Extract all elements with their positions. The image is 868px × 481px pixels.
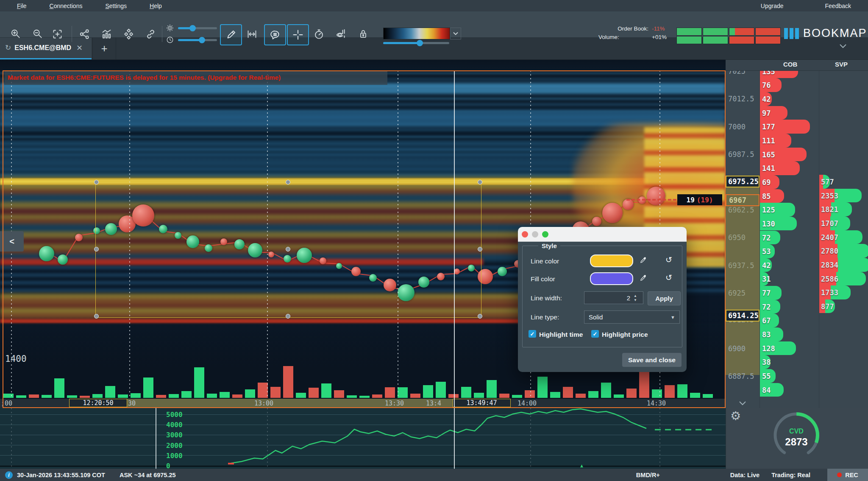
drawing-selection-rect[interactable] [95,181,481,318]
cob-column[interactable]: 1357642971771111651416985125130725342317… [760,59,819,408]
dialog-close-button[interactable] [522,231,528,238]
cob-header[interactable]: COB [783,61,797,68]
cvd-subchart[interactable]: 500040003000200010000 [0,408,726,469]
dialog-titlebar[interactable] [518,227,687,242]
price-axis-chevron-icon[interactable] [726,399,760,408]
svp-bar-buy [838,258,868,272]
brightness-slider-thumb[interactable] [189,25,196,31]
volume-bar [283,366,293,398]
volume-bar [703,394,713,398]
selection-handle[interactable] [286,180,290,185]
time-gridline [129,70,130,398]
line-type-select[interactable]: Solid ▼ [584,310,680,324]
collapse-panel-button[interactable]: < [0,231,24,252]
crosshair-button[interactable] [287,24,309,45]
rec-indicator[interactable]: REC [827,469,868,481]
time-slider-thumb[interactable] [199,37,205,43]
fill-color-reset-icon[interactable]: ↺ [664,272,674,282]
volume-bar [525,390,535,398]
zoom-region-icon[interactable] [50,27,64,41]
fill-color-eyedropper-icon[interactable] [638,273,648,283]
line-color-swatch[interactable] [590,254,633,267]
zoom-in-icon[interactable] [8,27,23,41]
svp-header[interactable]: SVP [835,61,848,68]
line-color-eyedropper-icon[interactable] [638,255,648,265]
trade-size: 19 [687,196,695,204]
zoom-out-icon[interactable] [31,27,45,41]
cob-value: 53 [762,247,771,256]
trade-delta: (19) [697,196,713,204]
selection-handle[interactable] [94,314,99,319]
cob-value: 97 [762,109,771,117]
selection-handle[interactable] [94,180,99,185]
menu-item-file[interactable]: File [11,3,33,9]
time-label: 13:4 [426,400,441,407]
palette-slider-thumb[interactable] [417,40,423,46]
link-icon[interactable] [143,27,158,41]
apply-button[interactable]: Apply [648,291,681,305]
trade-bubble [205,244,212,252]
selection-handle[interactable] [94,247,99,252]
highlight-price-checkbox[interactable]: ✓ [591,330,599,338]
volume-bar [3,394,14,398]
price-label: 6925 [728,289,759,297]
selection-handle[interactable] [286,247,290,252]
time-axis[interactable]: ;0012:3013:0013:3013:414:0014:30 12:20:5… [0,399,726,408]
brightness-slider[interactable] [178,27,217,29]
lock-icon[interactable] [356,27,370,41]
status-timestamp: 30-Jan-2026 13:43:55.109 COT [17,472,105,478]
depth-share-icon[interactable] [77,27,92,41]
line-color-label: Line color [531,257,559,265]
dialog-zoom-button[interactable] [542,231,548,238]
visibility-eye-icon[interactable] [334,27,348,41]
menu-item-upgrade[interactable]: Upgrade [755,3,790,9]
palette-intensity-slider[interactable] [383,42,449,44]
tab-sync-icon[interactable]: ↻ [5,43,11,52]
menu-item-feedback[interactable]: Feedback [819,3,857,9]
time-slider[interactable] [178,39,217,41]
time-speed-icon [165,35,175,45]
toolbar: Order Book: Volume: -11% +01% BOOKMAP [0,11,868,38]
volume-chart-icon[interactable] [99,27,114,41]
fill-color-swatch[interactable] [590,272,633,285]
menu-left: FileConnectionsSettingsHelp [11,3,168,9]
svp-column[interactable]: 57723531821170724072780283425861733877 [819,59,868,408]
selection-handle[interactable] [286,314,290,319]
line-width-stepper[interactable]: ▲▼ [632,293,638,303]
heatmap-palette[interactable] [383,28,450,39]
status-bar: i 30-Jan-2026 13:43:55.109 COT ASK ~34 a… [0,469,868,481]
volume-bar [423,385,433,398]
draw-pencil-button[interactable] [220,24,242,45]
style-dialog: Style Line color ↺ Fill color ↺ Line wid… [518,227,687,372]
selection-handle[interactable] [478,180,482,185]
cvd-gauge-panel: ⚙ CVD 2873 [726,408,868,469]
line-type-value: Solid [589,313,603,321]
line-color-reset-icon[interactable]: ↺ [664,254,674,265]
notes-bubble-button[interactable] [264,24,286,45]
selection-handle[interactable] [478,247,482,252]
trade-bubble [284,255,291,263]
replay-timer-icon[interactable] [312,27,326,41]
trade-bubble [437,273,445,280]
cob-value: 125 [762,206,775,214]
menu-item-settings[interactable]: Settings [99,3,133,9]
measure-width-icon[interactable] [245,27,259,41]
icebergs-icon[interactable] [121,27,136,41]
volume-bar [652,389,662,398]
menu-item-help[interactable]: Help [144,3,168,9]
trade-bubble [320,257,326,264]
price-axis[interactable]: 70257012.570006987.56962.569506937.56925… [726,59,760,408]
gear-icon[interactable]: ⚙ [730,409,741,423]
volume-bar [118,394,128,398]
tabbar-chevron-icon[interactable] [838,43,848,51]
save-and-close-button[interactable]: Save and close [622,353,682,367]
selection-handle[interactable] [478,314,482,319]
palette-dropdown[interactable] [450,28,461,39]
menu-item-connections[interactable]: Connections [44,3,89,9]
dialog-minimize-button[interactable] [532,231,538,238]
svp-bar-buy [835,230,862,244]
highlight-time-checkbox[interactable]: ✓ [529,330,536,338]
info-icon[interactable]: i [5,471,13,479]
tab-close-icon[interactable]: ✕ [76,43,83,53]
trade-bubble [119,215,136,232]
